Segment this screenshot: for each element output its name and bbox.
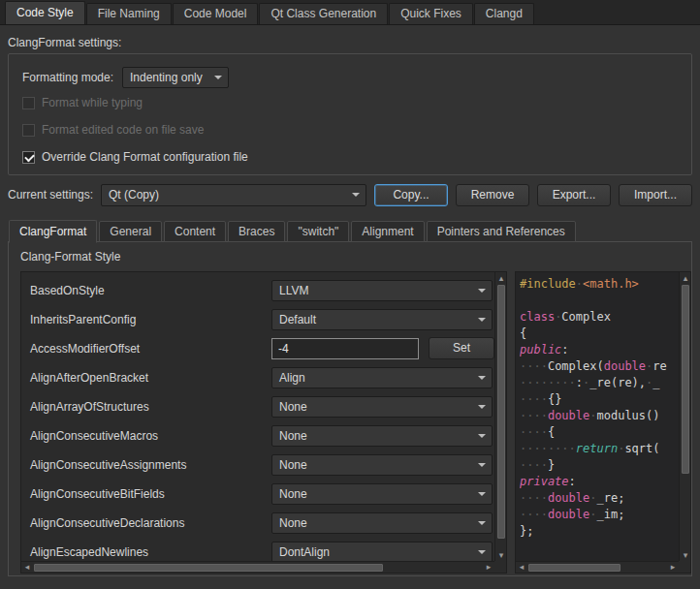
preview-vscrollbar[interactable]: ▴ ▾ [679, 272, 690, 561]
preview-vscroll-thumb[interactable] [682, 285, 689, 474]
table-vscroll-thumb[interactable] [497, 285, 505, 539]
setting-row-alignconsecutivedeclarations: AlignConsecutiveDeclarationsNone [21, 509, 494, 538]
formatting-mode-combo[interactable]: Indenting only [122, 67, 229, 88]
code-token: re [652, 359, 666, 373]
tab-quick-fixes[interactable]: Quick Fixes [389, 3, 473, 24]
table-vscrollbar[interactable]: ▴ ▾ [494, 272, 506, 561]
code-token: double [548, 508, 589, 521]
chevron-down-icon [478, 405, 486, 409]
setting-row-alignafteropenbracket: AlignAfterOpenBracketAlign [21, 363, 494, 392]
scroll-right-icon[interactable]: ▸ [667, 561, 679, 573]
set-button[interactable]: Set [429, 337, 494, 359]
combo-value: None [279, 458, 307, 472]
remove-button[interactable]: Remove [456, 184, 529, 206]
chevron-down-icon [478, 434, 486, 438]
table-hscrollbar[interactable]: ◂ ▸ [21, 561, 494, 573]
scroll-left-icon[interactable]: ◂ [516, 561, 527, 573]
scrollbar-corner [679, 561, 690, 573]
code-preview-panel[interactable]: #include·<math.h> class·Complex{public:·… [515, 271, 691, 574]
chevron-down-icon [478, 376, 486, 380]
combo-value: None [279, 516, 307, 530]
code-token: }; [520, 524, 533, 538]
combo-value: Align [279, 371, 305, 385]
scroll-up-icon[interactable]: ▴ [495, 272, 507, 284]
chevron-down-icon [352, 193, 360, 197]
setting-name: BasedOnStyle [30, 284, 105, 297]
code-line: public: [520, 342, 679, 358]
code-token: _re; [597, 491, 625, 505]
setting-name: AlignAfterOpenBracket [30, 371, 148, 385]
code-line: ····double·_im; [520, 507, 679, 523]
tab-file-naming[interactable]: File Naming [86, 3, 172, 24]
import-button[interactable]: Import... [619, 184, 692, 206]
scroll-right-icon[interactable]: ▸ [483, 561, 494, 573]
scrollbar-corner [494, 561, 506, 573]
code-token: · [589, 409, 596, 422]
alignconsecutivemacros-combo[interactable]: None [271, 425, 493, 447]
setting-row-basedonstyle: BasedOnStyleLLVM [21, 276, 494, 305]
code-token: } [548, 458, 555, 472]
setting-row-alignconsecutivebitfields: AlignConsecutiveBitFieldsNone [21, 480, 494, 509]
setting-row-accessmodifieroffset: AccessModifierOffsetSet [21, 334, 494, 363]
preview-hscroll-thumb[interactable] [528, 564, 620, 572]
tab-code-style[interactable]: Code Style [5, 1, 85, 24]
accessmodifieroffset-input[interactable] [271, 338, 419, 359]
code-token: ···· [520, 458, 548, 472]
checkbox-format-while-typing[interactable]: Format while typing [22, 95, 248, 110]
code-token: ···· [520, 409, 548, 422]
style-tab-alignment[interactable]: Alignment [351, 221, 424, 242]
scroll-down-icon[interactable]: ▾ [495, 549, 507, 561]
checkbox-format-edited-code-on-file-save[interactable]: Format edited code on file save [22, 122, 248, 138]
code-token: public [520, 343, 561, 356]
style-tab-content[interactable]: Content [164, 221, 226, 242]
tab-qt-class-generation[interactable]: Qt Class Generation [259, 3, 388, 24]
options-dialog: Code StyleFile NamingCode ModelQt Class … [0, 0, 700, 589]
combo-value: None [279, 487, 307, 501]
code-token: #include [520, 277, 576, 291]
alignafteropenbracket-combo[interactable]: Align [271, 367, 493, 388]
code-token: Complex [561, 310, 611, 324]
style-options-table: BasedOnStyleLLVMInheritsParentConfigDefa… [20, 271, 507, 574]
alignarrayofstructures-combo[interactable]: None [271, 396, 493, 418]
code-token: ···· [520, 508, 548, 521]
code-line: #include·<math.h> [520, 276, 679, 293]
export-button[interactable]: Export... [537, 184, 611, 206]
basedonstyle-combo[interactable]: LLVM [271, 280, 493, 301]
scroll-down-icon[interactable]: ▾ [680, 549, 691, 561]
copy-button[interactable]: Copy... [374, 184, 448, 206]
table-hscroll-thumb[interactable] [34, 564, 383, 572]
checkbox-override-clang-format-configuration-file[interactable]: Override Clang Format configuration file [22, 149, 248, 165]
alignconsecutivebitfields-combo[interactable]: None [271, 483, 493, 505]
checkbox-label: Format edited code on file save [42, 123, 204, 137]
code-token: <math.h> [583, 277, 639, 291]
style-tab-pointers-and-references[interactable]: Pointers and References [427, 221, 576, 242]
style-rows: BasedOnStyleLLVMInheritsParentConfigDefa… [21, 272, 494, 561]
alignconsecutivedeclarations-combo[interactable]: None [271, 512, 493, 534]
current-settings-label: Current settings: [8, 188, 93, 202]
code-token: modulus() [597, 409, 660, 422]
code-token: ···· [520, 425, 548, 439]
inheritsparentconfig-combo[interactable]: Default [271, 309, 493, 330]
code-token: ···· [520, 392, 548, 406]
tab-code-model[interactable]: Code Model [173, 3, 259, 24]
style-tab-braces[interactable]: Braces [228, 221, 285, 242]
current-settings-combo[interactable]: Qt (Copy) [101, 184, 366, 206]
style-tab-general[interactable]: General [99, 221, 162, 242]
checkbox-box [22, 151, 35, 164]
clangformat-settings-label: ClangFormat settings: [8, 36, 121, 49]
combo-value: Default [279, 313, 316, 326]
scroll-up-icon[interactable]: ▴ [680, 272, 691, 284]
code-token: · [576, 277, 583, 291]
alignescapednewlines-combo[interactable]: DontAlign [271, 542, 493, 561]
chevron-down-icon [478, 521, 486, 525]
preview-hscrollbar[interactable]: ◂ ▸ [516, 561, 679, 573]
style-tab-clangformat[interactable]: ClangFormat [9, 220, 97, 243]
checkbox-group: Format while typingFormat edited code on… [22, 95, 248, 176]
setting-name: AlignConsecutiveAssignments [30, 458, 186, 472]
scroll-left-icon[interactable]: ◂ [21, 561, 33, 573]
code-preview: #include·<math.h> class·Complex{public:·… [520, 276, 679, 561]
current-settings-value: Qt (Copy) [109, 188, 159, 202]
alignconsecutiveassignments-combo[interactable]: None [271, 454, 493, 476]
tab-clangd[interactable]: Clangd [474, 3, 534, 24]
style-tab-switch[interactable]: "switch" [287, 221, 349, 242]
